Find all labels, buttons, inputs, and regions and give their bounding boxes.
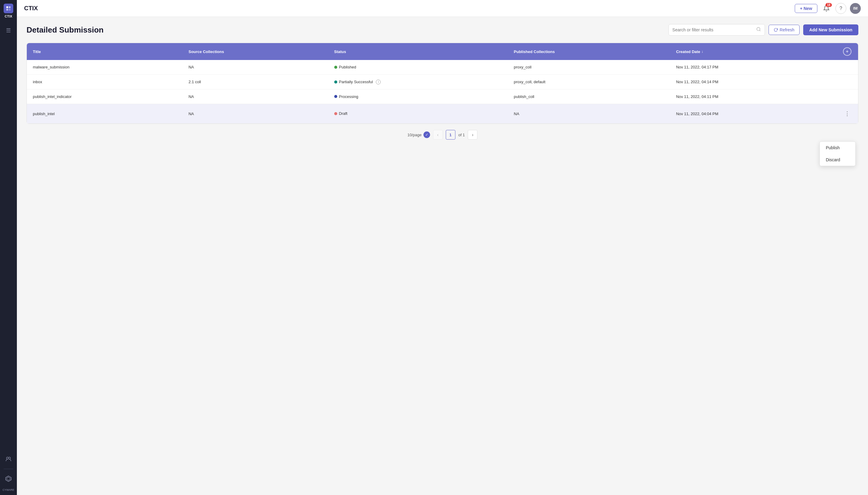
submissions-table: Title Source Collections Status Publishe…: [27, 43, 858, 124]
cell-date: Nov 11, 2022, 04:17 PM: [670, 60, 836, 74]
svg-point-5: [8, 457, 11, 459]
main-content: CTIX + New 18 ? IM Detailed Submission: [17, 0, 868, 495]
status-dot-draft: [334, 112, 337, 115]
sidebar-cyware-label: CYWARE: [2, 488, 14, 491]
table-header-row: Title Source Collections Status Publishe…: [27, 43, 858, 60]
add-column-button[interactable]: +: [843, 47, 851, 56]
per-page-selector[interactable]: 10/page ✓: [407, 132, 430, 138]
cell-published: proxy_coll, default: [508, 74, 670, 89]
svg-marker-6: [6, 476, 11, 481]
cell-source: NA: [183, 89, 328, 104]
table-row[interactable]: publish_intel NA Draft NA Nov 11, 2022, …: [27, 104, 858, 124]
status-dot-partial: [334, 81, 337, 84]
cell-published: publish_coll: [508, 89, 670, 104]
sidebar-users-icon[interactable]: [2, 453, 15, 465]
notification-button[interactable]: 18: [821, 3, 832, 14]
svg-marker-7: [7, 477, 10, 480]
cell-actions: [836, 60, 858, 74]
add-submission-button[interactable]: Add New Submission: [803, 24, 858, 35]
refresh-button[interactable]: Refresh: [768, 25, 800, 35]
status-dot-processing: [334, 95, 337, 98]
table-container: Title Source Collections Status Publishe…: [27, 43, 858, 124]
cell-title: publish_intel: [27, 104, 183, 124]
user-avatar[interactable]: IM: [850, 3, 861, 14]
cell-title: malware_submission: [27, 60, 183, 74]
status-label: Processing: [339, 95, 358, 99]
page-header-right: Refresh Add New Submission: [669, 24, 858, 36]
help-button[interactable]: ?: [835, 3, 846, 14]
new-button[interactable]: + New: [795, 4, 817, 13]
cell-date: Nov 11, 2022, 04:04 PM: [670, 104, 836, 124]
cell-source: NA: [183, 104, 328, 124]
page-header: Detailed Submission: [27, 24, 858, 36]
search-icon: [756, 27, 761, 33]
status-label: Partially Successful: [339, 80, 373, 84]
svg-rect-2: [6, 9, 8, 11]
cell-date: Nov 11, 2022, 04:14 PM: [670, 74, 836, 89]
col-title: Title: [27, 43, 183, 60]
col-actions: +: [836, 43, 858, 60]
cell-source: 2.1 coll: [183, 74, 328, 89]
col-source-collections: Source Collections: [183, 43, 328, 60]
total-pages-label: of 1: [458, 133, 465, 137]
table-row[interactable]: publish_intel_indicator NA Processing pu…: [27, 89, 858, 104]
search-input[interactable]: [672, 28, 754, 32]
dropdown-publish-item[interactable]: Publish: [820, 142, 855, 154]
row-context-menu-button[interactable]: ⋮: [843, 109, 852, 118]
status-label: Published: [339, 65, 356, 69]
cell-status: Published: [328, 60, 508, 74]
cell-actions: [836, 89, 858, 104]
app-title: CTIX: [24, 5, 795, 12]
status-label: Draft: [339, 111, 347, 116]
col-status: Status: [328, 43, 508, 60]
col-published-collections: Published Collections: [508, 43, 670, 60]
svg-point-8: [757, 28, 760, 31]
notification-badge: 18: [826, 3, 832, 7]
cell-published: proxy_coll: [508, 60, 670, 74]
sidebar-cyware-icon[interactable]: [2, 473, 15, 485]
sidebar-menu-icon[interactable]: ☰: [2, 24, 15, 36]
col-created-date[interactable]: Created Date ↓: [670, 43, 836, 60]
context-dropdown-menu: Publish Discard: [819, 141, 856, 166]
app-logo-icon: [4, 4, 13, 13]
topbar-actions: + New 18 ? IM: [795, 3, 861, 14]
cell-actions[interactable]: ⋮: [836, 104, 858, 124]
cell-published: NA: [508, 104, 670, 124]
cell-status: Partially Successful i: [328, 74, 508, 89]
pagination: 10/page ✓ ‹ 1 of 1 ›: [27, 124, 858, 142]
cell-actions: [836, 74, 858, 89]
app-name-label: CTIX: [4, 15, 12, 18]
status-dot-published: [334, 66, 337, 69]
page-content: Detailed Submission: [17, 17, 868, 495]
search-box[interactable]: [669, 24, 765, 36]
cell-status: Processing: [328, 89, 508, 104]
info-icon[interactable]: i: [376, 80, 381, 84]
cell-status: Draft: [328, 104, 508, 124]
cell-date: Nov 11, 2022, 04:11 PM: [670, 89, 836, 104]
refresh-label: Refresh: [780, 28, 795, 32]
svg-point-4: [6, 457, 8, 459]
prev-page-button[interactable]: ‹: [433, 130, 443, 140]
per-page-checkmark: ✓: [423, 132, 430, 138]
topbar: CTIX + New 18 ? IM: [17, 0, 868, 17]
sidebar-bottom: CYWARE: [2, 453, 15, 491]
svg-rect-0: [6, 6, 8, 8]
table-row[interactable]: malware_submission NA Published proxy_co…: [27, 60, 858, 74]
next-page-button[interactable]: ›: [468, 130, 478, 140]
dropdown-discard-item[interactable]: Discard: [820, 154, 855, 166]
cell-source: NA: [183, 60, 328, 74]
sidebar: CTIX ☰ CYWARE: [0, 0, 17, 495]
cell-title: inbox: [27, 74, 183, 89]
sort-down-icon: ↓: [701, 49, 703, 54]
sidebar-logo: CTIX: [4, 4, 13, 18]
svg-rect-1: [9, 6, 11, 8]
per-page-label: 10/page: [407, 133, 422, 137]
current-page-number: 1: [446, 130, 455, 140]
table-row[interactable]: inbox 2.1 coll Partially Successful i pr…: [27, 74, 858, 89]
sidebar-divider: [4, 469, 13, 469]
cell-title: publish_intel_indicator: [27, 89, 183, 104]
svg-rect-3: [9, 9, 11, 11]
page-title: Detailed Submission: [27, 25, 104, 35]
